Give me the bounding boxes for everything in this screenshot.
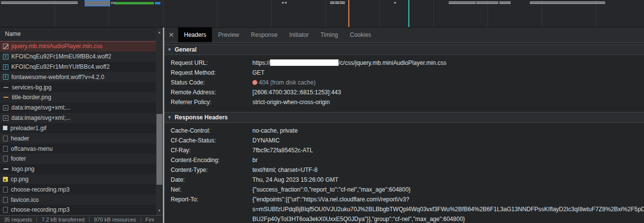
font-icon: T: [3, 54, 8, 59]
timeline-gridline: [325, 0, 326, 27]
sidebar-scrollbar[interactable]: ▲ ▼: [156, 28, 163, 215]
request-row[interactable]: TKFOICnqEu92Fr1MmYUtfBBc4.woff2: [0, 62, 163, 72]
timeline-gray-bar: [340, 1, 345, 4]
tab-response[interactable]: Response: [245, 28, 283, 42]
header-value: GET: [252, 68, 265, 78]
name-column-header[interactable]: Name: [0, 28, 163, 41]
disclosure-triangle-icon: ▼: [167, 115, 172, 120]
header-key: Content-Encoding:: [171, 155, 252, 165]
request-name: choose-recording.mp3: [11, 186, 69, 193]
frame-icon: [3, 105, 8, 111]
request-row[interactable]: favicon.ico: [0, 195, 163, 205]
close-icon[interactable]: ✕: [164, 28, 178, 42]
request-name: data:image/svg+xml;...: [11, 104, 70, 111]
timeline-gridline: [596, 0, 596, 27]
disclosure-triangle-icon: ▼: [167, 47, 172, 52]
filled-icon: [3, 126, 7, 130]
request-row[interactable]: data:image/svg+xml;...: [0, 103, 163, 113]
section-header-response-headers[interactable]: ▼Response Headers: [164, 112, 644, 123]
status-item: Fini: [146, 217, 154, 223]
header-row: Status Code:404 (from disk cache): [171, 78, 644, 87]
doc-icon: [3, 207, 8, 213]
header-row: Remote Address:[2606:4700:3032::6815:125…: [171, 87, 644, 97]
header-key: Date:: [171, 175, 252, 185]
status-item: 35 requests: [4, 217, 32, 223]
request-name: preloader1.gif: [10, 125, 46, 132]
tab-timing[interactable]: Timing: [314, 28, 344, 42]
section-header-general[interactable]: ▼General: [164, 44, 644, 55]
tab-cookies[interactable]: Cookies: [344, 28, 377, 42]
timeline-gray-bar: [285, 2, 287, 3]
request-row[interactable]: data:image/svg+xml;...: [0, 113, 163, 123]
header-key: Cf-Ray:: [171, 145, 252, 155]
header-key: Request Method:: [171, 68, 252, 78]
header-value: 404 (from disk cache): [252, 78, 315, 87]
scroll-down-icon[interactable]: ▼: [156, 208, 163, 214]
request-row[interactable]: offcanvas-menu: [0, 143, 163, 154]
header-key: Status Code:: [171, 78, 252, 87]
request-row[interactable]: jquery.mb.miniAudioPlayer.min.css: [0, 41, 163, 52]
header-row: Nel:{"success_fraction":0,"report_to":"c…: [171, 185, 644, 195]
timeline-marker-dcl-bar: [408, 0, 409, 27]
request-row[interactable]: choose-recording.mp3: [0, 184, 163, 195]
timeline-gridline: [542, 0, 542, 27]
timeline-gray-bar: [282, 2, 284, 3]
request-row[interactable]: title-border.png: [0, 92, 163, 103]
request-name: services-bg.jpg: [12, 84, 52, 91]
scroll-up-icon[interactable]: ▲: [156, 29, 163, 35]
dash-gray-icon: [3, 84, 9, 90]
doc-icon: [3, 146, 8, 152]
header-key: Content-Type:: [171, 165, 252, 175]
timeline-gray-bar: [449, 1, 476, 4]
doc-icon: [3, 156, 8, 162]
request-row[interactable]: header: [0, 133, 163, 143]
header-key: Remote Address:: [171, 87, 252, 97]
timeline-gridline: [55, 0, 55, 27]
request-row[interactable]: choose-recording.mp3: [0, 205, 163, 215]
header-row: Date:Thu, 24 Aug 2023 15:26:00 GMT: [171, 175, 644, 185]
tab-headers[interactable]: Headers: [178, 28, 212, 42]
request-row[interactable]: Tfontawesome-webfont.woff?v=4.2.0: [0, 72, 163, 82]
network-overview-timeline[interactable]: [0, 0, 644, 28]
status-separator: [141, 217, 141, 222]
timeline-gridline: [488, 0, 488, 27]
header-key: Report-To:: [171, 195, 252, 223]
section-title: General: [175, 46, 197, 53]
headers-sections: ▼GeneralRequest URL:https:///c/css/jquer…: [164, 44, 644, 223]
header-rows: Request URL:https:///c/css/jquery.mb.min…: [164, 55, 644, 109]
header-value-line: s=mSUBfzUPdqBjBIqf5OU0VJU2uku70J%2BLBbgb…: [252, 204, 644, 214]
request-row[interactable]: services-bg.jpg: [0, 82, 163, 92]
status-dot-icon: [252, 80, 257, 85]
header-key: Cache-Control:: [171, 126, 252, 136]
timeline-selection-bar: [85, 0, 110, 6]
request-row[interactable]: footer: [0, 154, 163, 164]
header-key: Referrer Policy:: [171, 97, 252, 107]
header-key: Cf-Cache-Status:: [171, 136, 252, 145]
tab-preview[interactable]: Preview: [212, 28, 245, 42]
request-name: fontawesome-webfont.woff?v=4.2.0: [11, 74, 104, 81]
request-row[interactable]: preloader1.gif: [0, 123, 163, 134]
request-row[interactable]: cp.png: [0, 174, 163, 185]
section-title: Response Headers: [175, 114, 228, 121]
status-separator: [89, 217, 90, 222]
dash-orange-icon: [3, 94, 9, 100]
header-value: strict-origin-when-cross-origin: [252, 97, 330, 107]
request-name: footer: [11, 155, 26, 162]
font-icon: T: [3, 74, 8, 80]
scrollbar-thumb[interactable]: [156, 114, 162, 185]
dash-white-icon: [3, 166, 9, 172]
frame-icon: [3, 115, 8, 121]
timeline-gridline: [433, 0, 434, 27]
header-value: br: [252, 155, 258, 165]
request-row[interactable]: TKFOICnqEu92Fr1MmEU9fBBc4.woff2: [0, 52, 163, 62]
timeline-gray-bar: [499, 1, 511, 4]
timeline-blue-bar: [155, 2, 160, 4]
timeline-gray-bar: [530, 1, 605, 4]
request-name: logo.png: [12, 166, 34, 172]
timeline-gray-bar: [1, 1, 78, 4]
timeline-gridline: [271, 0, 272, 27]
timeline-gray-bar: [476, 1, 498, 4]
request-row[interactable]: logo.png: [0, 164, 163, 174]
tab-initiator[interactable]: Initiator: [283, 28, 314, 42]
name-column-label: Name: [5, 30, 21, 37]
